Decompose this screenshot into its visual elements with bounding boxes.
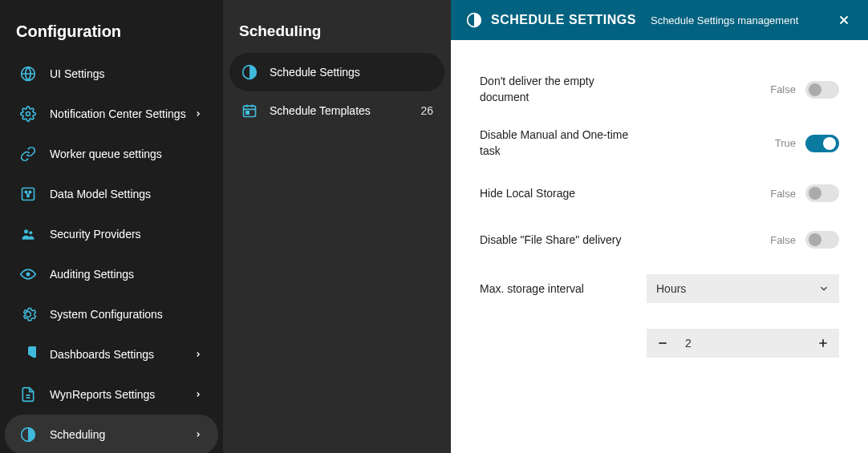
toggle-hide-local-storage[interactable]	[805, 184, 839, 202]
sub-item-label: Schedule Settings	[270, 66, 433, 79]
toggle-value-text: False	[770, 83, 796, 95]
setting-hide-local-storage: Hide Local Storage False	[480, 170, 839, 216]
nav-item-label: Data Model Settings	[50, 188, 204, 200]
nav-item-label: Auditing Settings	[50, 268, 204, 281]
chevron-right-icon	[193, 429, 204, 440]
users-icon	[19, 225, 37, 243]
setting-label: Max. storage interval	[480, 281, 647, 297]
chevron-right-icon	[193, 389, 204, 400]
svg-point-8	[26, 273, 30, 277]
interval-value-row: 2	[480, 314, 839, 358]
sub-item-label: Schedule Templates	[270, 104, 420, 117]
setting-disable-fileshare: Disable "File Share" delivery False	[480, 216, 839, 263]
data-model-icon	[19, 185, 37, 203]
nav-security-providers[interactable]: Security Providers	[5, 214, 218, 254]
eye-icon	[19, 265, 37, 283]
nav-notification-center[interactable]: Notification Center Settings	[5, 94, 218, 134]
panel-subtitle: Schedule Settings management	[651, 14, 798, 26]
nav-item-label: System Configurations	[50, 308, 204, 321]
setting-disable-manual: Disable Manual and One-time task True	[480, 116, 839, 170]
interval-stepper: 2	[647, 329, 839, 358]
svg-point-1	[26, 112, 30, 116]
stepper-decrement[interactable]	[647, 329, 679, 358]
nav-item-label: Scheduling	[50, 428, 193, 441]
toggle-disable-manual[interactable]	[805, 135, 839, 152]
settings-content: Don't deliver the empty document False D…	[451, 40, 868, 453]
main-panel: SCHEDULE SETTINGS Schedule Settings mana…	[451, 0, 868, 453]
chevron-down-icon	[818, 283, 829, 294]
chevron-right-icon	[193, 349, 204, 360]
setting-dont-deliver-empty: Don't deliver the empty document False	[480, 63, 839, 116]
chevron-right-icon	[193, 108, 204, 119]
nav-auditing[interactable]: Auditing Settings	[5, 254, 218, 294]
nav-item-label: Security Providers	[50, 228, 204, 241]
gear-icon	[19, 105, 37, 123]
nav-dashboards[interactable]: Dashboards Settings	[5, 334, 218, 374]
nav-item-label: UI Settings	[50, 67, 204, 80]
nav-item-label: Dashboards Settings	[50, 348, 193, 361]
stepper-value[interactable]: 2	[679, 337, 807, 350]
globe-icon	[19, 65, 37, 83]
nav-wynreports[interactable]: WynReports Settings	[5, 374, 218, 415]
clock-icon	[19, 426, 37, 443]
panel-title: SCHEDULE SETTINGS	[491, 13, 636, 27]
nav-item-label: WynReports Settings	[50, 388, 193, 401]
nav-item-label: Notification Center Settings	[50, 107, 193, 120]
nav-scheduling[interactable]: Scheduling	[5, 415, 218, 453]
sub-schedule-settings[interactable]: Schedule Settings	[229, 53, 444, 91]
stepper-increment[interactable]	[807, 329, 839, 358]
clock-icon	[465, 11, 483, 29]
gear-icon	[19, 305, 37, 323]
setting-label: Disable Manual and One-time task	[480, 127, 647, 159]
sub-item-count: 26	[420, 104, 433, 117]
pie-icon	[19, 346, 37, 363]
select-value: Hours	[656, 282, 686, 295]
sub-schedule-templates[interactable]: Schedule Templates 26	[229, 91, 444, 130]
link-icon	[19, 145, 37, 163]
interval-unit-select[interactable]: Hours	[647, 274, 839, 303]
setting-max-storage-interval: Max. storage interval Hours	[480, 263, 839, 314]
nav-data-model[interactable]: Data Model Settings	[5, 174, 218, 214]
svg-rect-2	[22, 188, 34, 200]
setting-label: Don't deliver the empty document	[480, 74, 647, 105]
svg-point-6	[24, 229, 28, 233]
sidebar-secondary: Scheduling Schedule Settings Schedule Te…	[223, 0, 451, 453]
document-icon	[19, 386, 37, 403]
calendar-icon	[241, 102, 258, 119]
toggle-dont-deliver-empty[interactable]	[805, 81, 839, 99]
sidebar-primary-title: Configuration	[0, 14, 223, 54]
toggle-value-text: True	[775, 137, 796, 149]
svg-rect-12	[246, 111, 249, 114]
sidebar-secondary-title: Scheduling	[223, 14, 451, 53]
nav-ui-settings[interactable]: UI Settings	[5, 54, 218, 94]
nav-system-config[interactable]: System Configurations	[5, 294, 218, 334]
toggle-value-text: False	[770, 188, 796, 200]
setting-label: Hide Local Storage	[480, 186, 647, 202]
clock-icon	[241, 63, 258, 81]
nav-worker-queue[interactable]: Worker queue settings	[5, 134, 218, 174]
close-button[interactable]	[834, 10, 854, 30]
setting-label: Disable "File Share" delivery	[480, 233, 647, 249]
toggle-disable-fileshare[interactable]	[805, 231, 839, 249]
sidebar-primary: Configuration UI Settings Notification C…	[0, 0, 223, 453]
svg-point-7	[29, 231, 32, 234]
panel-header: SCHEDULE SETTINGS Schedule Settings mana…	[451, 0, 868, 40]
toggle-value-text: False	[770, 234, 796, 246]
nav-item-label: Worker queue settings	[50, 148, 204, 160]
